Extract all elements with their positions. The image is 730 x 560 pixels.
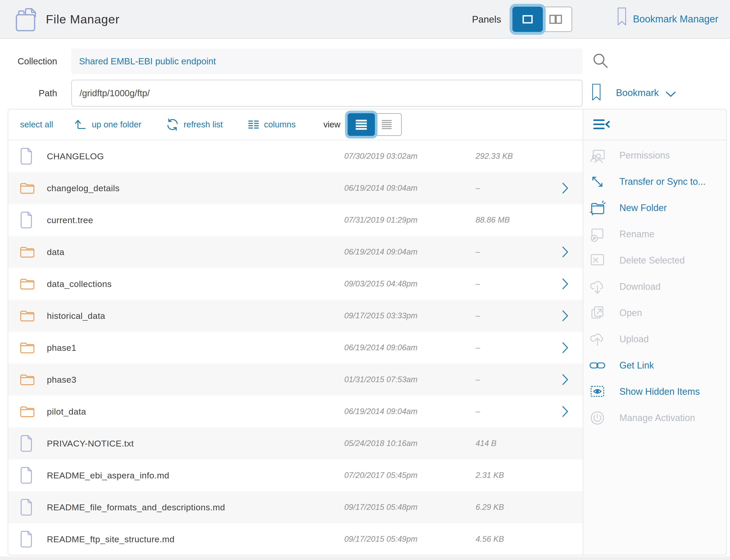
sidebar-header (583, 109, 726, 140)
file-size: – (476, 407, 480, 416)
collection-field[interactable]: Shared EMBL-EBI public endpoint (71, 48, 583, 74)
folder-icon (20, 373, 35, 386)
menu-label: Transfer or Sync to... (619, 176, 706, 187)
panels-label: Panels (472, 14, 501, 25)
file-size: – (476, 183, 480, 193)
file-size: – (476, 343, 480, 352)
manage-activation-icon (589, 409, 606, 426)
menu-label: Permissions (619, 150, 670, 161)
file-date: 07/31/2019 01:29pm (344, 215, 418, 225)
transfer-sync-icon (589, 173, 606, 190)
chevron-right-icon[interactable] (562, 182, 569, 194)
chevron-right-icon[interactable] (562, 246, 569, 258)
file-row[interactable]: changelog_details 06/19/2014 09:04am – (8, 172, 583, 204)
menu-item-permissions: Permissions (583, 142, 726, 169)
search-icon[interactable] (591, 51, 611, 71)
file-icon (20, 211, 33, 229)
file-name: data_collections (47, 279, 112, 289)
chevron-right-icon[interactable] (562, 278, 569, 290)
refresh-list-button[interactable]: refresh list (184, 120, 223, 129)
chevron-right-icon[interactable] (562, 406, 569, 417)
path-label: Path (0, 80, 57, 107)
file-row[interactable]: README_ftp_site_structure.md 09/17/2015 … (8, 523, 583, 555)
view-label: view (323, 120, 340, 129)
view-list-icon (352, 115, 371, 134)
file-row[interactable]: PRIVACY-NOTICE.txt 05/24/2018 10:16am 41… (8, 427, 583, 459)
chevron-right-icon[interactable] (562, 310, 569, 322)
menu-item-transfer-or-sync[interactable]: Transfer or Sync to... (583, 169, 726, 195)
footer-strip (0, 556, 730, 560)
menu-item-show-hidden-items[interactable]: Show Hidden Items (583, 379, 726, 405)
chevron-down-icon (665, 91, 676, 98)
file-date: 06/19/2014 09:06am (344, 343, 418, 352)
file-row[interactable]: phase1 06/19/2014 09:06am – (8, 332, 583, 364)
file-row[interactable]: current.tree 07/31/2019 01:29pm 88.86 MB (8, 204, 583, 236)
dual-panel-button[interactable] (539, 7, 572, 32)
file-row[interactable]: pilot_data 06/19/2014 09:04am – (8, 396, 583, 427)
file-row[interactable]: CHANGELOG 07/30/2019 03:02am 292.33 KB (8, 140, 583, 172)
columns-icon[interactable] (246, 118, 260, 132)
file-row[interactable]: README_file_formats_and_descriptions.md … (8, 491, 583, 523)
actions-sidebar: Permissions Transfer or Sync to... (583, 109, 726, 555)
file-size: 292.33 KB (476, 152, 513, 161)
file-date: 06/19/2014 09:04am (344, 247, 418, 257)
folder-icon (20, 309, 35, 322)
menu-label: Get Link (619, 360, 654, 371)
file-icon (20, 147, 33, 165)
file-name: README_file_formats_and_descriptions.md (47, 502, 225, 512)
menu-item-new-folder[interactable]: New Folder (583, 195, 726, 221)
panels-toggle (513, 7, 572, 32)
menu-item-get-link[interactable]: Get Link (583, 352, 726, 379)
file-row[interactable]: historical_data 09/17/2015 03:33pm – (8, 300, 583, 332)
file-icon (20, 467, 33, 484)
file-row[interactable]: data_collections 09/03/2015 04:48pm – (8, 268, 583, 300)
file-row[interactable]: data 06/19/2014 09:04am – (8, 236, 583, 268)
up-one-folder-icon[interactable] (73, 117, 88, 132)
bookmark-manager-button[interactable]: Bookmark Manager (633, 14, 718, 25)
file-date: 06/19/2014 09:04am (344, 407, 418, 416)
file-icon (20, 530, 33, 548)
collapse-sidebar-icon[interactable] (593, 118, 611, 131)
file-row[interactable]: phase3 01/31/2015 07:53am – (8, 364, 583, 396)
up-one-folder-button[interactable]: up one folder (92, 120, 141, 129)
file-icon (20, 498, 33, 516)
refresh-icon[interactable] (165, 117, 180, 132)
view-detail-button[interactable] (372, 113, 402, 136)
folder-icon (20, 405, 35, 418)
menu-label: Delete Selected (619, 255, 685, 266)
file-date: 05/24/2018 10:16am (344, 439, 418, 448)
chevron-right-icon[interactable] (562, 342, 569, 354)
folder-icon (20, 245, 35, 259)
single-panel-button[interactable] (513, 7, 543, 32)
columns-button[interactable]: columns (264, 120, 295, 129)
file-size: – (476, 375, 480, 384)
file-date: 09/17/2015 05:48pm (344, 503, 418, 512)
collection-label: Collection (0, 48, 57, 74)
menu-item-download: Download (583, 274, 726, 300)
bookmark-icon (591, 82, 602, 102)
file-name: changelog_details (47, 183, 120, 193)
file-list-panel: select all up one folder (8, 109, 583, 555)
page-title: File Manager (46, 12, 119, 26)
show-hidden-icon (589, 383, 606, 400)
view-list-button[interactable] (347, 113, 375, 136)
app-header: File Manager Panels Bookmark Manager (0, 0, 730, 39)
file-icon (20, 435, 33, 452)
file-row[interactable]: README_ebi_aspera_info.md 07/20/2017 05:… (8, 459, 583, 491)
select-all-button[interactable]: select all (20, 120, 53, 129)
file-size: – (476, 247, 480, 257)
menu-label: Upload (619, 334, 649, 345)
file-name: pilot_data (47, 407, 86, 417)
file-name: current.tree (47, 215, 93, 225)
rename-icon (589, 226, 606, 243)
chevron-right-icon[interactable] (562, 374, 569, 386)
menu-label: Download (619, 281, 661, 292)
file-name: phase1 (47, 343, 76, 353)
file-manager-app: File Manager Panels Bookmark Manager (0, 0, 730, 560)
new-folder-icon (589, 199, 606, 216)
path-input[interactable] (71, 80, 583, 107)
view-detail-icon (377, 115, 397, 134)
bookmark-button[interactable]: Bookmark (591, 82, 679, 104)
file-size: – (476, 311, 480, 320)
upload-icon (589, 331, 606, 348)
